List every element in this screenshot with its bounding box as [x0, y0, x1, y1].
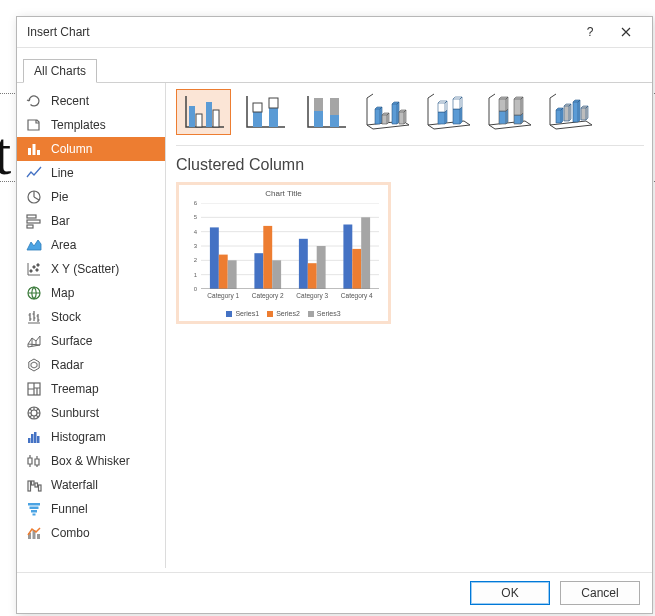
sidebar-item-box[interactable]: Box & Whisker [17, 449, 165, 473]
sidebar-item-column[interactable]: Column [17, 137, 165, 161]
histogram-icon [25, 428, 43, 446]
sidebar-item-label: Stock [51, 310, 81, 324]
sidebar-item-label: Treemap [51, 382, 99, 396]
svg-rect-31 [37, 534, 40, 539]
clustered-column-icon [180, 92, 228, 132]
svg-rect-21 [28, 481, 31, 491]
scatter-icon [25, 260, 43, 278]
3d-stacked-column-icon [424, 92, 472, 132]
subtype-clustered-column[interactable] [176, 89, 231, 135]
sidebar-item-label: Surface [51, 334, 92, 348]
svg-rect-27 [31, 510, 37, 513]
sidebar-item-line[interactable]: Line [17, 161, 165, 185]
sidebar-item-histogram[interactable]: Histogram [17, 425, 165, 449]
sidebar-item-stock[interactable]: Stock [17, 305, 165, 329]
sidebar-item-area[interactable]: Area [17, 233, 165, 257]
sidebar-item-combo[interactable]: Combo [17, 521, 165, 545]
close-button[interactable] [608, 18, 644, 46]
svg-rect-39 [269, 98, 278, 108]
svg-rect-51 [210, 227, 219, 289]
subtype-100-stacked-column[interactable] [298, 89, 353, 135]
preview-plot-area [201, 203, 379, 289]
titlebar: Insert Chart ? [17, 17, 652, 48]
subtype-3d-100-stacked-column[interactable] [481, 89, 536, 135]
preview-legend: Series1Series2Series3 [179, 310, 388, 317]
sidebar-item-funnel[interactable]: Funnel [17, 497, 165, 521]
svg-rect-58 [308, 263, 317, 289]
svg-rect-42 [330, 115, 339, 127]
ok-button[interactable]: OK [470, 581, 550, 605]
subtype-stacked-column[interactable] [237, 89, 292, 135]
sidebar-item-waterfall[interactable]: Waterfall [17, 473, 165, 497]
sidebar-item-label: Radar [51, 358, 84, 372]
svg-rect-41 [314, 98, 323, 111]
sidebar-item-label: Recent [51, 94, 89, 108]
preview-chart-title: Chart Title [179, 185, 388, 198]
sidebar-item-recent[interactable]: Recent [17, 89, 165, 113]
svg-rect-22 [32, 481, 35, 485]
sidebar-item-treemap[interactable]: Treemap [17, 377, 165, 401]
box-whisker-icon [25, 452, 43, 470]
chart-preview[interactable]: Chart Title 0123456 Category 1Category 2… [176, 182, 391, 324]
sidebar-item-label: Combo [51, 526, 90, 540]
sidebar-item-label: Histogram [51, 430, 106, 444]
help-button[interactable]: ? [572, 18, 608, 46]
sunburst-icon [25, 404, 43, 422]
svg-rect-62 [361, 217, 370, 289]
svg-point-7 [30, 270, 32, 272]
svg-rect-35 [213, 110, 219, 127]
sidebar-item-label: X Y (Scatter) [51, 262, 119, 276]
sidebar-item-templates[interactable]: Templates [17, 113, 165, 137]
chart-category-sidebar: Recent Templates Column Line Pie Bar [17, 83, 166, 568]
subtype-3d-clustered-column[interactable] [359, 89, 414, 135]
svg-point-9 [36, 269, 38, 271]
area-icon [25, 236, 43, 254]
svg-rect-24 [39, 485, 42, 491]
waterfall-icon [25, 476, 43, 494]
100-stacked-column-icon [302, 92, 350, 132]
sidebar-item-sunburst[interactable]: Sunburst [17, 401, 165, 425]
sidebar-item-label: Funnel [51, 502, 88, 516]
main-pane: Clustered Column Chart Title 0123456 Cat… [166, 83, 652, 568]
svg-rect-57 [299, 239, 308, 289]
sidebar-item-radar[interactable]: Radar [17, 353, 165, 377]
preview-y-axis: 0123456 [185, 203, 199, 289]
svg-rect-56 [272, 260, 281, 289]
sidebar-item-surface[interactable]: Surface [17, 329, 165, 353]
svg-rect-40 [314, 111, 323, 127]
line-icon [25, 164, 43, 182]
bar-icon [25, 212, 43, 230]
radar-icon [25, 356, 43, 374]
svg-rect-17 [28, 438, 31, 443]
svg-rect-43 [330, 98, 339, 115]
subtype-title: Clustered Column [176, 156, 644, 174]
svg-rect-20 [37, 436, 40, 443]
svg-rect-19 [34, 432, 37, 443]
templates-icon [25, 116, 43, 134]
tab-all-charts[interactable]: All Charts [23, 59, 97, 83]
svg-rect-28 [33, 514, 36, 516]
svg-rect-55 [263, 226, 272, 289]
svg-rect-60 [343, 225, 352, 290]
svg-rect-33 [196, 114, 202, 127]
svg-point-10 [37, 264, 39, 266]
close-icon [621, 27, 631, 37]
sidebar-item-label: Templates [51, 118, 106, 132]
sidebar-item-label: Pie [51, 190, 68, 204]
insert-chart-dialog: Insert Chart ? All Charts Recent Templat… [16, 16, 653, 614]
sidebar-item-bar[interactable]: Bar [17, 209, 165, 233]
sidebar-item-label: Bar [51, 214, 70, 228]
subtype-3d-stacked-column[interactable] [420, 89, 475, 135]
stock-icon [25, 308, 43, 326]
sidebar-item-map[interactable]: Map [17, 281, 165, 305]
svg-rect-36 [253, 112, 262, 127]
svg-rect-25 [28, 503, 40, 506]
treemap-icon [25, 380, 43, 398]
svg-rect-0 [28, 148, 31, 155]
sidebar-item-pie[interactable]: Pie [17, 185, 165, 209]
sidebar-item-scatter[interactable]: X Y (Scatter) [17, 257, 165, 281]
subtype-3d-column[interactable] [542, 89, 597, 135]
svg-rect-1 [33, 144, 36, 155]
cancel-button[interactable]: Cancel [560, 581, 640, 605]
dialog-body: Recent Templates Column Line Pie Bar [17, 83, 652, 572]
